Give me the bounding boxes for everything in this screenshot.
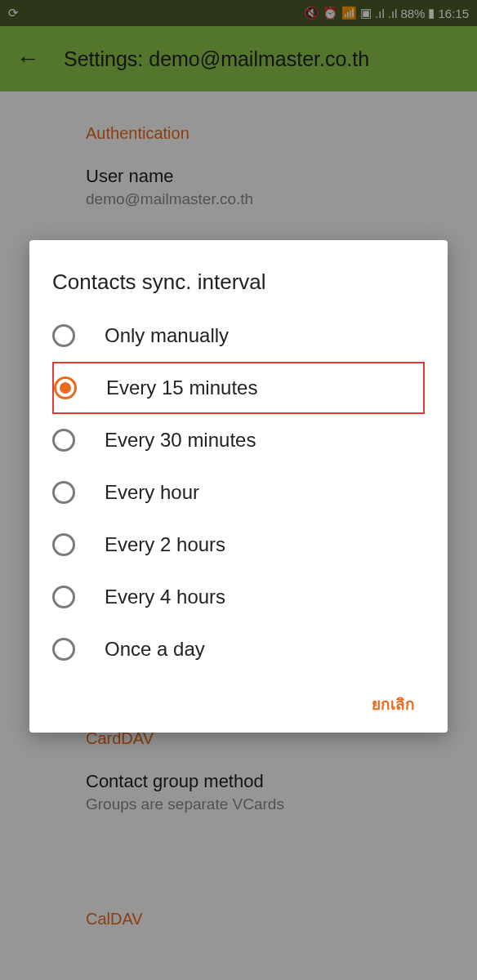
radio-icon: [52, 586, 75, 608]
option-label: Every 30 minutes: [105, 429, 256, 452]
option-only-manually[interactable]: Only manually: [52, 310, 425, 362]
option-every-hour[interactable]: Every hour: [52, 466, 425, 519]
option-once-a-day[interactable]: Once a day: [52, 623, 425, 675]
radio-icon: [52, 638, 75, 661]
dialog-title: Contacts sync. interval: [52, 270, 425, 295]
option-every-2-hours[interactable]: Every 2 hours: [52, 519, 425, 571]
option-label: Every 2 hours: [105, 533, 225, 556]
radio-icon: [52, 481, 75, 504]
option-label: Only manually: [105, 324, 229, 347]
option-label: Every 15 minutes: [106, 376, 257, 399]
option-label: Once a day: [105, 638, 205, 661]
option-label: Every hour: [105, 481, 199, 504]
radio-icon: [52, 429, 75, 452]
radio-icon-selected: [54, 376, 77, 399]
radio-icon: [52, 533, 75, 556]
sync-interval-dialog: Contacts sync. interval Only manually Ev…: [29, 240, 448, 733]
option-every-15-minutes[interactable]: Every 15 minutes: [52, 362, 425, 414]
radio-icon: [52, 324, 75, 347]
option-every-30-minutes[interactable]: Every 30 minutes: [52, 414, 425, 466]
cancel-button[interactable]: ยกเลิก: [372, 696, 415, 713]
option-every-4-hours[interactable]: Every 4 hours: [52, 571, 425, 623]
option-label: Every 4 hours: [105, 586, 225, 608]
